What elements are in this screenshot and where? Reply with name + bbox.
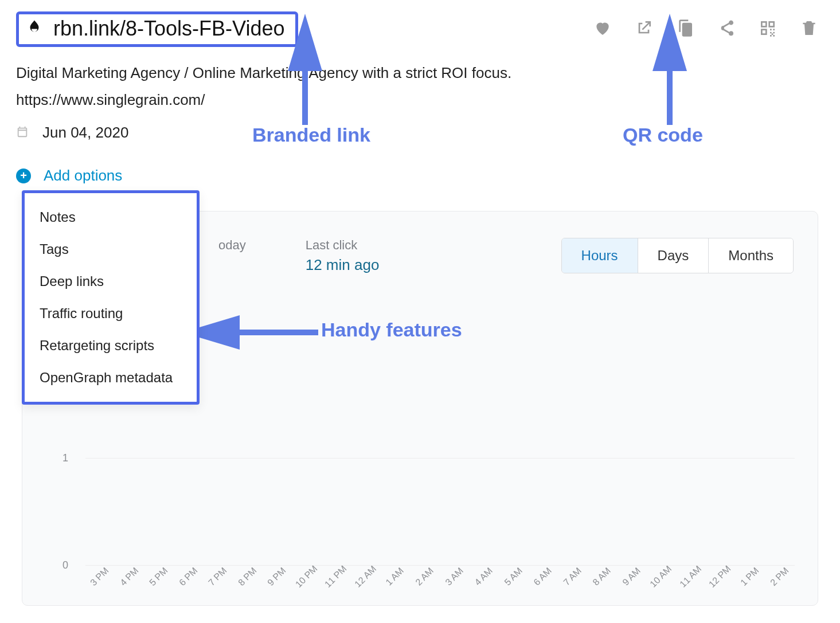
chart-x-label: 8 AM [588,563,616,591]
chart-x-label: 7 AM [558,563,587,591]
segment-days[interactable]: Days [638,238,709,273]
stat-clicks-today-label: oday [218,238,246,253]
arrow-up-icon [658,39,681,127]
option-tags[interactable]: Tags [37,233,184,265]
options-dropdown: Notes Tags Deep links Traffic routing Re… [22,190,200,405]
chart-x-label: 9 PM [263,563,291,591]
delete-trash-icon[interactable] [800,19,818,40]
chart-x-label: 9 AM [618,563,646,591]
chart-x-label: 10 PM [292,563,321,591]
add-options-label: Add options [44,167,122,185]
chart-x-label: 5 PM [144,563,173,591]
qr-code-icon[interactable] [759,19,777,40]
time-range-segment: Hours Days Months [561,238,794,273]
option-traffic-routing[interactable]: Traffic routing [37,297,184,330]
chart-x-label: 3 AM [440,563,468,591]
stat-clicks-today: oday [218,238,246,274]
chart-x-label: 1 AM [381,563,409,591]
option-notes[interactable]: Notes [37,201,184,233]
arrow-up-icon [294,39,317,127]
chart-x-label: 12 AM [351,563,380,591]
chart-x-label: 4 PM [115,563,143,591]
chart-x-label: 3 PM [85,563,114,591]
calendar-icon [16,126,29,140]
chart-y-tick: 0 [62,559,68,571]
chart-x-label: 8 PM [233,563,261,591]
annotation-handy-features: Handy features [321,319,462,341]
plus-icon: + [16,169,31,183]
chart-x-label: 11 AM [677,563,705,591]
created-date: Jun 04, 2020 [42,124,128,142]
short-link-box[interactable]: rbn.link/8-Tools-FB-Video [16,11,298,47]
option-deep-links[interactable]: Deep links [37,265,184,297]
destination-url: https://www.singlegrain.com/ [16,91,824,109]
chart-x-label: 7 PM [204,563,232,591]
chart-x-label: 11 PM [322,563,350,591]
link-toolbar [571,19,824,40]
chart-x-label: 2 AM [411,563,439,591]
stat-last-click-value: 12 min ago [306,256,380,274]
stat-last-click: Last click 12 min ago [306,238,380,274]
chart-x-label: 5 AM [499,563,528,591]
option-retargeting-scripts[interactable]: Retargeting scripts [37,330,184,362]
arrow-left-icon [206,321,321,346]
link-description: Digital Marketing Agency / Online Market… [16,62,824,84]
chart-x-label: 12 PM [706,563,734,591]
chart-x-label: 6 AM [529,563,557,591]
chart-x-label: 1 PM [736,563,764,591]
brand-logo-icon [26,19,43,39]
option-opengraph-metadata[interactable]: OpenGraph metadata [37,362,184,394]
favorite-heart-icon[interactable] [593,19,612,40]
chart-x-label: 4 AM [470,563,498,591]
chart-x-label: 10 AM [647,563,675,591]
share-icon[interactable] [717,19,736,40]
segment-months[interactable]: Months [708,238,793,273]
chart-x-label: 6 PM [174,563,202,591]
chart-y-tick: 1 [62,452,68,464]
open-external-icon[interactable] [635,19,653,40]
stat-last-click-label: Last click [306,238,380,253]
segment-hours[interactable]: Hours [562,238,638,273]
add-options-button[interactable]: + Add options [16,167,824,185]
short-link-text: rbn.link/8-Tools-FB-Video [53,17,285,41]
copy-icon[interactable] [676,19,694,40]
chart-x-label: 2 PM [765,563,794,591]
